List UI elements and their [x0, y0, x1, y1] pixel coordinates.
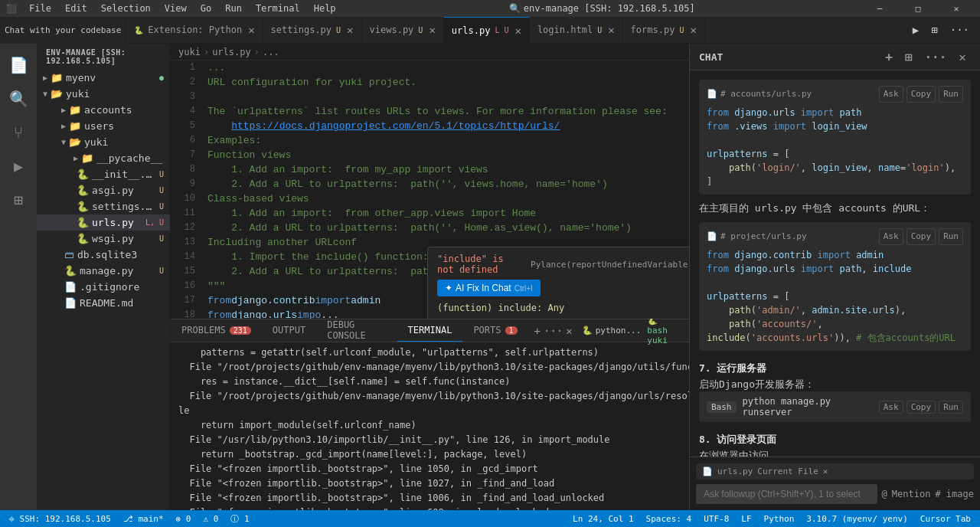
close-btn[interactable]: ✕: [939, 0, 974, 17]
copy-btn-1[interactable]: Copy: [906, 86, 936, 103]
menu-help[interactable]: Help: [308, 2, 342, 15]
menu-run[interactable]: Run: [219, 2, 248, 15]
sidebar-item-users[interactable]: ▶ 📁 users: [37, 118, 170, 134]
sidebar-item-init[interactable]: 🐍 __init__.py U: [37, 166, 170, 182]
chat-input-field[interactable]: [696, 484, 877, 504]
activity-search[interactable]: 🔍: [3, 83, 34, 114]
menu-selection[interactable]: Selection: [95, 2, 157, 15]
status-spaces[interactable]: Spaces: 4: [643, 514, 695, 524]
code-line-3: [207, 90, 689, 104]
code-line-8: 1. Add an import: from my_app import vie…: [207, 162, 689, 177]
sidebar-item-asgi[interactable]: 🐍 asgi.py U: [37, 182, 170, 198]
activity-explorer[interactable]: 📄: [3, 50, 34, 80]
status-language[interactable]: Python: [761, 514, 798, 524]
panel-add-btn[interactable]: +: [534, 325, 541, 337]
ai-fix-button[interactable]: ✦ AI Fix In Chat Ctrl+I: [437, 280, 541, 296]
bash-ask-btn[interactable]: Ask: [879, 401, 903, 414]
status-cursor-tab[interactable]: Cursor Tab: [917, 514, 974, 524]
sidebar-item-readme[interactable]: 📄 README.md: [37, 295, 170, 311]
status-ln-col[interactable]: Ln 24, Col 1: [570, 514, 636, 524]
sidebar-item-settings[interactable]: 🐍 settings.py U: [37, 198, 170, 214]
sidebar-item-gitignore[interactable]: 📄 .gitignore: [37, 279, 170, 295]
status-info[interactable]: ⓘ 1: [227, 513, 252, 525]
menu-file[interactable]: File: [23, 2, 57, 15]
panel-more-btn[interactable]: ···: [544, 325, 563, 337]
panel-tab-problems[interactable]: PROBLEMS 231: [171, 319, 262, 342]
activity-git[interactable]: ⑂: [3, 117, 34, 148]
menu-go[interactable]: Go: [194, 2, 217, 15]
chat-more-btn[interactable]: ···: [920, 48, 951, 66]
file-chip-close[interactable]: ✕: [823, 466, 828, 476]
terminal-content[interactable]: patterns = getattr(self.urlconf_module, …: [171, 342, 689, 510]
copy-btn-2[interactable]: Copy: [906, 228, 936, 245]
status-ssh[interactable]: ⎆ SSH: 192.168.5.105: [6, 514, 114, 524]
menu-edit[interactable]: Edit: [59, 2, 93, 15]
panel-close-btn[interactable]: ✕: [566, 325, 572, 337]
sidebar-item-myenv[interactable]: ▶ 📁 myenv ●: [37, 70, 170, 86]
tab-urls-py[interactable]: urls.py L U ✕: [444, 17, 530, 43]
panel-tab-output[interactable]: OUTPUT: [262, 319, 316, 342]
mention-label[interactable]: Mention: [892, 489, 931, 499]
mention-icon[interactable]: @: [882, 489, 887, 499]
activity-debug[interactable]: ▶: [3, 151, 34, 182]
chat-header: CHAT + ⊞ ··· ✕: [690, 44, 980, 70]
activity-extensions[interactable]: ⊞: [3, 185, 34, 215]
sidebar-item-accounts[interactable]: ▶ 📁 accounts: [37, 102, 170, 118]
ask-btn-2[interactable]: Ask: [879, 228, 903, 245]
sidebar-item-yuki-inner[interactable]: ▼ 📂 yuki: [37, 134, 170, 150]
sidebar-item-manage[interactable]: 🐍 manage.py U: [37, 263, 170, 279]
status-branch[interactable]: ⎇ main*: [120, 514, 167, 524]
chat-add-btn[interactable]: +: [880, 48, 897, 66]
run-btn-2[interactable]: Run: [939, 228, 963, 245]
tab-close-login[interactable]: ✕: [608, 24, 614, 36]
bash-copy-btn[interactable]: Copy: [906, 401, 936, 414]
tab-login-html[interactable]: login.html U ✕: [530, 17, 623, 43]
panel-tab-debug[interactable]: DEBUG CONSOLE: [316, 319, 397, 342]
tab-settings-py[interactable]: settings.py U ✕: [263, 17, 362, 43]
tab-badge-login: U: [597, 26, 602, 34]
sidebar-item-db[interactable]: 🗃 db.sqlite3: [37, 247, 170, 263]
breadcrumb-yuki[interactable]: yuki: [178, 47, 201, 57]
menu-terminal[interactable]: Terminal: [250, 2, 306, 15]
panel-tab-ports[interactable]: PORTS 1: [462, 319, 528, 342]
code-editor: 12345 678910 1112131415 1617181920 21222…: [171, 61, 689, 319]
folder-icon-accounts: 📁: [69, 104, 81, 116]
tab-views-py[interactable]: views.py U ✕: [362, 17, 444, 43]
tab-extension-python[interactable]: 🐍 Extension: Python ✕: [126, 17, 263, 43]
maximize-btn[interactable]: □: [900, 0, 936, 17]
python-icon: 🐍: [582, 326, 593, 336]
ask-btn-1[interactable]: Ask: [879, 86, 903, 103]
menu-view[interactable]: View: [158, 2, 193, 15]
tab-close-forms[interactable]: ✕: [690, 24, 696, 36]
sidebar-item-urls[interactable]: 🐍 urls.py L, U: [37, 214, 170, 231]
tab-badge-settings: U: [336, 26, 341, 34]
status-encoding[interactable]: UTF-8: [701, 514, 732, 524]
chat-expand-btn[interactable]: ⊞: [900, 48, 917, 66]
tab-close-views[interactable]: ✕: [429, 24, 435, 36]
chat-body[interactable]: 📄 # accounts/urls.py Ask Copy Run from d…: [690, 70, 980, 457]
split-btn[interactable]: ⊞: [926, 22, 942, 38]
sidebar-item-yuki-root[interactable]: ▼ 📂 yuki: [37, 86, 170, 102]
panel-tab-terminal[interactable]: TERMINAL: [397, 319, 463, 342]
bash-block: Bash python manage.py runserver Ask Copy…: [699, 391, 971, 422]
breadcrumb-more[interactable]: ...: [263, 47, 279, 57]
tab-close-settings[interactable]: ✕: [347, 24, 353, 36]
tab-close-ext[interactable]: ✕: [248, 24, 254, 36]
status-eol[interactable]: LF: [738, 514, 754, 524]
run-btn[interactable]: ▶: [908, 22, 923, 38]
chat-close-btn[interactable]: ✕: [954, 48, 971, 66]
sidebar-item-wsgi[interactable]: 🐍 wsgi.py U: [37, 231, 170, 247]
tab-forms-py[interactable]: forms.py U ✕: [623, 17, 705, 43]
status-errors[interactable]: ⊗ 0: [173, 514, 194, 524]
more-btn[interactable]: ···: [946, 22, 974, 38]
panel: PROBLEMS 231 OUTPUT DEBUG CONSOLE TERMIN…: [171, 319, 689, 510]
run-btn-1[interactable]: Run: [939, 86, 963, 103]
image-label[interactable]: # image: [935, 489, 974, 499]
sidebar-item-pycache[interactable]: ▶ 📁 __pycache__: [37, 150, 170, 166]
tab-close-urls[interactable]: ✕: [514, 25, 521, 37]
status-python-version[interactable]: 3.10.7 (myenv/ yenv): [803, 514, 910, 524]
breadcrumb-urls[interactable]: urls.py: [212, 47, 251, 57]
bash-run-btn[interactable]: Run: [939, 401, 963, 414]
status-warnings[interactable]: ⚠ 0: [200, 514, 221, 524]
minimize-btn[interactable]: ─: [862, 0, 897, 17]
